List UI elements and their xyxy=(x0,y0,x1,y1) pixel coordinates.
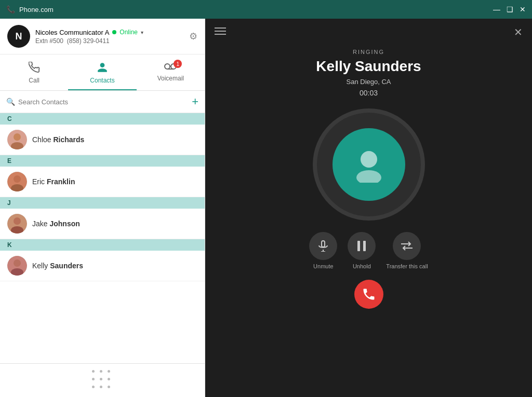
search-input-wrap: 🔍 xyxy=(6,98,188,106)
call-timer: 00:03 xyxy=(205,89,532,97)
list-item[interactable]: Kelly Saunders xyxy=(0,251,205,281)
svg-point-19 xyxy=(356,170,381,183)
end-call-icon xyxy=(362,287,376,302)
dialpad-area xyxy=(0,363,205,397)
section-header-e: E xyxy=(0,155,205,167)
caller-avatar-inner xyxy=(332,128,405,201)
contact-name: Jake Johnson xyxy=(32,220,80,228)
search-bar: 🔍 + xyxy=(0,91,205,113)
status-chevron-icon[interactable]: ▾ xyxy=(141,30,143,35)
svg-point-7 xyxy=(14,175,21,183)
call-info: RINGING Kelly Saunders San Diego, CA 00:… xyxy=(205,49,532,97)
caller-avatar-wrap xyxy=(205,113,532,216)
svg-point-4 xyxy=(14,133,21,141)
transfer-button[interactable]: Transfer this call xyxy=(386,232,428,269)
call-tab-icon xyxy=(29,62,40,76)
search-input[interactable] xyxy=(18,98,188,106)
list-item[interactable]: Chloe Richards xyxy=(0,125,205,155)
list-item[interactable]: Jake Johnson xyxy=(0,209,205,239)
contacts-tab-label: Contacts xyxy=(90,77,114,84)
contacts-tab-icon xyxy=(97,62,108,76)
left-panel: N Nicoles Communicator A Online ▾ Extn #… xyxy=(0,19,205,397)
right-panel: ✕ RINGING Kelly Saunders San Diego, CA 0… xyxy=(205,19,532,397)
user-header: N Nicoles Communicator A Online ▾ Extn #… xyxy=(0,19,205,54)
close-button[interactable]: ✕ xyxy=(520,6,526,13)
microphone-icon xyxy=(318,240,328,252)
unmute-label: Unmute xyxy=(313,263,334,269)
title-bar-controls: — ❑ ✕ xyxy=(493,6,526,13)
user-avatar: N xyxy=(7,25,30,48)
online-label: Online xyxy=(119,29,138,36)
user-ext: Extn #500 (858) 329-0411 xyxy=(35,37,184,45)
nav-tabs: Call Contacts 1 Voicemail xyxy=(0,54,205,91)
end-call-wrap xyxy=(205,280,532,309)
call-tab-label: Call xyxy=(29,77,39,84)
ringing-status: RINGING xyxy=(205,49,532,55)
call-panel-header: ✕ xyxy=(205,19,532,38)
svg-point-0 xyxy=(165,64,170,69)
app-icon: 📞 xyxy=(6,5,15,13)
section-header-k: K xyxy=(0,239,205,251)
transfer-label: Transfer this call xyxy=(386,263,428,269)
contacts-list: C Chloe Richards E xyxy=(0,113,205,363)
end-call-button[interactable] xyxy=(354,280,383,309)
svg-point-13 xyxy=(14,259,21,267)
avatar xyxy=(7,130,27,149)
avatar xyxy=(7,214,27,234)
call-controls: Unmute Unhold xyxy=(205,232,532,269)
transfer-icon xyxy=(401,241,413,251)
caller-name: Kelly Saunders xyxy=(205,58,532,75)
dialpad-button[interactable] xyxy=(92,370,113,391)
svg-point-18 xyxy=(361,151,377,168)
unmute-button[interactable]: Unmute xyxy=(309,232,337,269)
user-name-row: Nicoles Communicator A Online ▾ xyxy=(35,29,184,36)
add-contact-button[interactable]: + xyxy=(192,96,198,107)
voicemail-badge: 1 xyxy=(174,60,182,68)
close-call-button[interactable]: ✕ xyxy=(514,26,523,38)
user-info: Nicoles Communicator A Online ▾ Extn #50… xyxy=(35,29,184,45)
section-header-j: J xyxy=(0,197,205,209)
pause-icon xyxy=(357,240,366,252)
title-bar-left: 📞 Phone.com xyxy=(6,5,54,13)
svg-rect-24 xyxy=(363,241,366,251)
maximize-button[interactable]: ❑ xyxy=(507,6,513,13)
caller-person-icon xyxy=(351,146,387,183)
svg-rect-23 xyxy=(357,241,360,251)
unmute-icon-wrap xyxy=(309,232,337,260)
tab-voicemail[interactable]: 1 Voicemail xyxy=(137,59,205,90)
unhold-label: Unhold xyxy=(353,263,371,269)
minimize-button[interactable]: — xyxy=(493,6,500,13)
dialpad-icon xyxy=(92,370,113,391)
voicemail-tab-label: Voicemail xyxy=(157,75,184,82)
app-title: Phone.com xyxy=(19,6,54,13)
list-item[interactable]: Eric Franklin xyxy=(0,167,205,197)
svg-rect-20 xyxy=(322,241,325,247)
online-indicator xyxy=(112,30,116,34)
title-bar: 📞 Phone.com — ❑ ✕ xyxy=(0,0,532,19)
svg-point-10 xyxy=(14,217,21,225)
transfer-icon-wrap xyxy=(393,232,421,260)
contact-name: Kelly Saunders xyxy=(32,262,83,270)
caller-avatar-outer xyxy=(317,113,421,216)
contact-name: Chloe Richards xyxy=(32,135,84,144)
contact-name: Eric Franklin xyxy=(32,177,75,186)
app-container: N Nicoles Communicator A Online ▾ Extn #… xyxy=(0,19,532,397)
caller-location: San Diego, CA xyxy=(205,78,532,86)
user-name: Nicoles Communicator A xyxy=(35,29,109,36)
tab-contacts[interactable]: Contacts xyxy=(68,59,136,90)
search-icon: 🔍 xyxy=(6,98,15,106)
section-header-c: C xyxy=(0,113,205,125)
unhold-button[interactable]: Unhold xyxy=(348,232,376,269)
avatar xyxy=(7,256,27,276)
avatar xyxy=(7,172,27,191)
menu-button[interactable] xyxy=(215,26,226,38)
unhold-icon-wrap xyxy=(348,232,376,260)
settings-gear-button[interactable]: ⚙ xyxy=(189,31,197,42)
tab-call[interactable]: Call xyxy=(0,59,68,90)
